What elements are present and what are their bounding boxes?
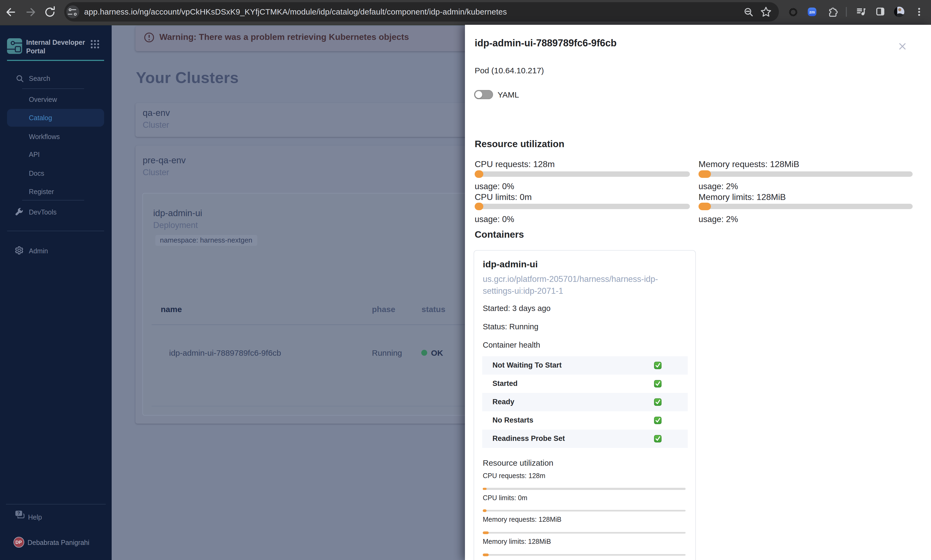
svg-text:?: ?: [17, 511, 20, 515]
svg-text:zm: zm: [809, 10, 815, 14]
